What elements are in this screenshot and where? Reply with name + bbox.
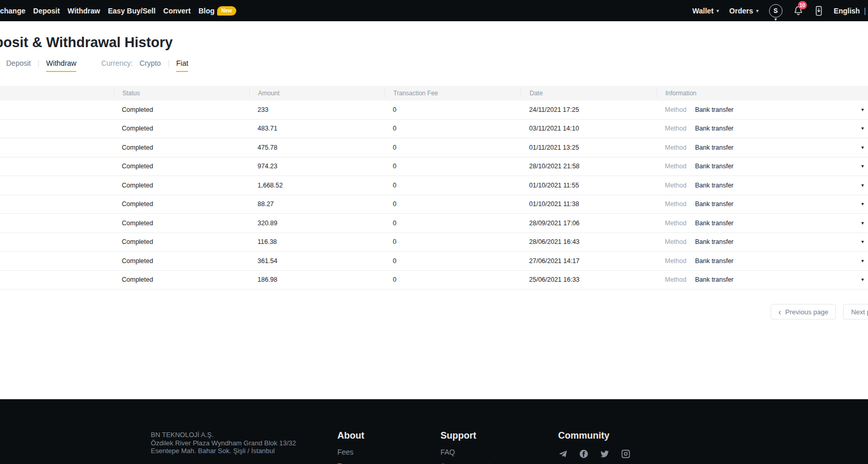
row-transaction-fee: 0	[385, 220, 521, 227]
method-label: Method	[665, 182, 687, 189]
tab-withdraw[interactable]: Withdraw	[46, 59, 76, 72]
footer-link-fees[interactable]: Fees	[337, 448, 364, 456]
header-coin	[0, 89, 113, 97]
footer-community-title: Community	[558, 430, 631, 441]
method-label: Method	[665, 200, 687, 208]
footer-link-announcements[interactable]: Announcements	[440, 462, 493, 464]
language-selector[interactable]: English |	[834, 7, 866, 15]
expand-row-chevron-icon[interactable]: ▾	[861, 183, 864, 188]
download-app-button[interactable]	[814, 6, 823, 16]
table-body: Completed 233 0 24/11/2021 17:25 Method …	[0, 100, 868, 289]
row-status: Completed	[113, 200, 249, 208]
expand-row-chevron-icon[interactable]: ▾	[861, 239, 864, 244]
row-date: 25/06/2021 16:33	[521, 276, 657, 283]
expand-row-chevron-icon[interactable]: ▾	[861, 201, 864, 207]
row-amount: 186.98	[249, 276, 385, 283]
nav-item-easy-buy-sell[interactable]: Easy Buy/Sell	[108, 7, 155, 15]
tab-deposit[interactable]: Deposit	[6, 59, 31, 71]
table-row[interactable]: Completed 233 0 24/11/2021 17:25 Method …	[0, 100, 868, 120]
tab-fiat[interactable]: Fiat	[176, 59, 188, 72]
table-row[interactable]: Completed 320.89 0 28/09/2021 17:06 Meth…	[0, 214, 868, 233]
twitter-icon[interactable]	[600, 449, 610, 459]
table-row[interactable]: Completed 483.71 0 03/11/2021 14:10 Meth…	[0, 120, 868, 139]
nav-item-withdraw[interactable]: Withdraw	[67, 7, 100, 15]
wallet-label: Wallet	[692, 7, 714, 15]
row-date: 28/09/2021 17:06	[521, 220, 657, 227]
row-status: Completed	[113, 163, 249, 170]
footer-community-column: Community	[558, 430, 631, 459]
method-label: Method	[665, 106, 687, 113]
main-content: posit & Withdrawal History Deposit | Wit…	[0, 21, 868, 399]
expand-row-chevron-icon[interactable]: ▾	[861, 277, 864, 282]
nav-item-exchange[interactable]: change	[0, 7, 25, 15]
header-date: Date	[521, 89, 657, 97]
row-amount: 116.38	[249, 238, 385, 245]
orders-menu[interactable]: Orders ▾	[729, 7, 758, 15]
user-avatar[interactable]: S ▾	[769, 4, 782, 18]
tab-divider: |	[167, 59, 169, 67]
wallet-menu[interactable]: Wallet ▾	[692, 7, 719, 15]
method-value: Bank transfer	[695, 163, 733, 170]
nav-item-convert[interactable]: Convert	[163, 7, 191, 15]
facebook-icon[interactable]	[579, 449, 589, 459]
expand-row-chevron-icon[interactable]: ▾	[861, 145, 864, 150]
footer-link-faq[interactable]: FAQ	[440, 448, 493, 456]
next-page-button[interactable]: Next page ›	[843, 304, 868, 320]
chevron-left-icon: ‹	[778, 309, 781, 315]
method-label: Method	[665, 163, 687, 170]
next-page-label: Next page	[851, 308, 868, 316]
row-status: Completed	[113, 257, 249, 265]
table-row[interactable]: Completed 88.27 0 01/10/2021 11:38 Metho…	[0, 195, 868, 214]
expand-row-chevron-icon[interactable]: ▾	[861, 107, 864, 112]
nav-item-deposit[interactable]: Deposit	[33, 7, 60, 15]
header-transaction-fee: Transaction Fee	[385, 89, 521, 97]
page-footer: BN TEKNOLOJİ A.Ş. Özdilek River Plaza Wy…	[0, 399, 868, 464]
row-amount: 320.89	[249, 220, 385, 227]
nav-item-blog[interactable]: Blog New	[198, 6, 236, 16]
table-row[interactable]: Completed 1,668.52 0 01/10/2021 11:55 Me…	[0, 176, 868, 195]
nav-right-group: Wallet ▾ Orders ▾ S ▾ 10 English |	[692, 4, 868, 18]
previous-page-label: Previous page	[785, 308, 828, 316]
currency-filter-label: Currency:	[101, 59, 133, 67]
row-date: 01/11/2021 13:25	[521, 144, 657, 151]
blog-label: Blog	[198, 7, 215, 15]
new-badge: New	[217, 6, 236, 16]
table-row[interactable]: Completed 116.38 0 28/06/2021 16:43 Meth…	[0, 233, 868, 252]
company-address-line1: Özdilek River Plaza Wyndham Grand Blok 1…	[151, 439, 296, 447]
table-row[interactable]: Completed 186.98 0 25/06/2021 16:33 Meth…	[0, 271, 868, 290]
method-label: Method	[665, 238, 687, 245]
row-transaction-fee: 0	[385, 182, 521, 189]
row-information: Method Bank transfer	[657, 238, 850, 245]
expand-row-chevron-icon[interactable]: ▾	[861, 126, 864, 131]
table-row[interactable]: Completed 475.78 0 01/11/2021 13:25 Meth…	[0, 138, 868, 157]
row-date: 28/10/2021 21:58	[521, 163, 657, 170]
footer-about-title: About	[337, 430, 364, 441]
row-status: Completed	[113, 220, 249, 227]
row-status: Completed	[113, 182, 249, 189]
notifications-button[interactable]: 10	[793, 5, 804, 16]
table-row[interactable]: Completed 974.23 0 28/10/2021 21:58 Meth…	[0, 157, 868, 177]
header-amount: Amount	[249, 89, 385, 97]
method-label: Method	[665, 220, 687, 227]
method-value: Bank transfer	[695, 257, 733, 265]
instagram-icon[interactable]	[621, 449, 631, 459]
footer-about-column: About Fees Terms	[337, 430, 364, 464]
row-transaction-fee: 0	[385, 200, 521, 208]
previous-page-button[interactable]: ‹ Previous page	[771, 304, 836, 320]
row-amount: 233	[249, 106, 385, 113]
expand-row-chevron-icon[interactable]: ▾	[861, 221, 864, 226]
row-information: Method Bank transfer	[657, 144, 850, 151]
method-value: Bank transfer	[695, 200, 733, 208]
row-amount: 475.78	[249, 144, 385, 151]
expand-row-chevron-icon[interactable]: ▾	[861, 164, 864, 169]
tab-crypto[interactable]: Crypto	[139, 59, 161, 71]
footer-support-title: Support	[440, 430, 493, 441]
method-value: Bank transfer	[695, 182, 733, 189]
footer-link-terms[interactable]: Terms	[337, 462, 364, 464]
method-value: Bank transfer	[695, 238, 733, 245]
notification-count-badge: 10	[798, 1, 807, 9]
table-row[interactable]: Completed 361.54 0 27/06/2021 14:17 Meth…	[0, 252, 868, 271]
language-separator: |	[864, 7, 866, 15]
telegram-icon[interactable]	[558, 449, 568, 459]
expand-row-chevron-icon[interactable]: ▾	[861, 258, 864, 264]
